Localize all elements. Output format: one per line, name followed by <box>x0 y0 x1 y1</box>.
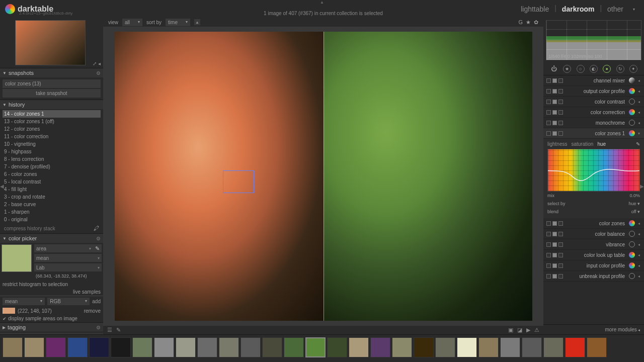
module-reset-icon[interactable] <box>558 221 563 226</box>
filmstrip-thumb[interactable] <box>3 337 23 357</box>
filmstrip-thumb[interactable] <box>89 337 109 357</box>
module-multi-icon[interactable] <box>552 78 557 83</box>
module-preset-icon[interactable] <box>629 109 635 115</box>
module-reset-icon[interactable] <box>558 100 563 104</box>
module-color-zones-1[interactable]: color zones 1▾ <box>543 128 644 139</box>
pipette-icon[interactable]: ✎ <box>636 141 640 147</box>
module-multi-icon[interactable] <box>552 274 557 279</box>
module-reset-icon[interactable] <box>558 232 563 236</box>
module-unbreak-input-profile[interactable]: unbreak input profile◂ <box>543 271 644 282</box>
chevron-icon[interactable]: ◂ <box>637 274 641 279</box>
module-multi-icon[interactable] <box>552 232 557 236</box>
module-output-color-profile[interactable]: output color profile◂ <box>543 86 644 97</box>
sort-direction-button[interactable]: ▲ <box>194 19 200 25</box>
left-collapse-handle[interactable]: ◀ <box>0 181 4 191</box>
filmstrip-thumb[interactable] <box>305 337 326 357</box>
filmstrip-thumb[interactable] <box>154 337 174 357</box>
module-reset-icon[interactable] <box>558 89 563 94</box>
gear-icon[interactable]: ⚙ <box>96 325 101 330</box>
module-switch-icon[interactable] <box>546 253 551 257</box>
view-select[interactable]: all <box>122 19 142 26</box>
chevron-icon[interactable]: ◂ <box>637 89 641 94</box>
picker-stat-select[interactable]: mean▾ <box>34 254 102 262</box>
picker-space-select[interactable]: Lab▾ <box>34 263 102 272</box>
snapshot-split-line[interactable] <box>324 32 324 321</box>
history-item[interactable]: 7 - denoise (profiled) <box>3 163 101 170</box>
filmstrip[interactable] <box>0 334 644 359</box>
colorpicker-header[interactable]: ▼ color picker ⚙ <box>0 234 103 243</box>
more-modules-button[interactable]: more modules <box>543 324 644 334</box>
module-preset-icon[interactable] <box>629 220 635 226</box>
pipette-icon[interactable]: ✎ <box>95 245 100 252</box>
module-reset-icon[interactable] <box>558 242 563 247</box>
filmstrip-thumb[interactable] <box>132 337 152 357</box>
module-switch-icon[interactable] <box>546 110 551 115</box>
module-basic-icon[interactable]: ○ <box>577 65 585 73</box>
module-preset-icon[interactable] <box>629 77 635 83</box>
history-item[interactable]: 3 - crop and rotate <box>3 193 101 201</box>
take-snapshot-button[interactable]: take snapshot <box>3 89 101 98</box>
tab-saturation[interactable]: saturation <box>571 141 593 147</box>
filmstrip-thumb[interactable] <box>284 337 304 357</box>
top-collapse-handle[interactable]: ▲ <box>320 0 324 5</box>
filmstrip-thumb[interactable] <box>435 337 455 357</box>
compress-history-button[interactable]: compress history stack <box>4 226 94 231</box>
module-switch-icon[interactable] <box>546 121 551 125</box>
history-item[interactable]: 12 - color zones <box>3 125 101 133</box>
tab-darkroom[interactable]: darkroom <box>558 4 599 14</box>
right-collapse-handle[interactable]: ▶ <box>640 181 644 191</box>
filmstrip-thumb[interactable] <box>392 337 412 357</box>
filmstrip-thumb[interactable] <box>176 337 196 357</box>
overexposed-icon[interactable]: ▣ <box>508 327 513 333</box>
module-color-icon[interactable]: ● <box>603 65 611 73</box>
snapshots-header[interactable]: ▼ snapshots ⚙ <box>0 68 103 77</box>
history-item[interactable]: 4 - fill light <box>3 186 101 193</box>
chevron-icon[interactable]: ◂ <box>637 110 641 115</box>
module-channel-mixer[interactable]: channel mixer◂ <box>543 75 644 86</box>
sort-select[interactable]: time <box>166 19 190 26</box>
filmstrip-thumb[interactable] <box>262 337 282 357</box>
nav-collapse-icon[interactable]: ⤢ <box>93 61 97 66</box>
snapshot-item[interactable]: color zones (13) <box>3 79 101 88</box>
history-item[interactable]: 2 - base curve <box>3 201 101 208</box>
history-item[interactable]: 8 - lens correction <box>3 155 101 163</box>
tab-lighttable[interactable]: lighttable <box>517 4 553 14</box>
module-monochrome[interactable]: monochrome◂ <box>543 118 644 128</box>
module-switch-icon[interactable] <box>546 263 551 268</box>
tab-hue[interactable]: hue <box>597 141 606 147</box>
filmstrip-thumb[interactable] <box>111 337 131 357</box>
restrict-histogram-label[interactable]: restrict histogram to selection <box>0 281 103 288</box>
module-reset-icon[interactable] <box>558 131 563 136</box>
filmstrip-thumb[interactable] <box>522 337 542 357</box>
history-item[interactable]: 13 - color zones 1 (off) <box>3 118 101 125</box>
filmstrip-thumb[interactable] <box>219 337 239 357</box>
module-switch-icon[interactable] <box>546 221 551 226</box>
imageinfo-header[interactable]: ▶ image information <box>0 332 103 334</box>
filmstrip-thumb[interactable] <box>327 337 347 357</box>
nav-thumb-image[interactable] <box>15 20 86 65</box>
filmstrip-thumb[interactable] <box>67 337 88 357</box>
chevron-icon[interactable]: ◂ <box>637 232 641 236</box>
module-multi-icon[interactable] <box>552 89 557 94</box>
module-multi-icon[interactable] <box>552 263 557 268</box>
navigation-thumbnail[interactable]: ⤢ ◂ <box>0 18 103 68</box>
filmstrip-thumb[interactable] <box>197 337 217 357</box>
filmstrip-thumb[interactable] <box>24 337 44 357</box>
quick-access-icon[interactable]: ☰ <box>107 327 112 333</box>
module-switch-icon[interactable] <box>546 78 551 83</box>
tab-lightness[interactable]: lightness <box>547 141 567 147</box>
filmstrip-thumb[interactable] <box>500 337 520 357</box>
module-preset-icon[interactable] <box>629 99 635 105</box>
filmstrip-thumb[interactable] <box>370 337 390 357</box>
module-switch-icon[interactable] <box>546 131 551 136</box>
add-sample-button[interactable]: add <box>92 299 101 304</box>
module-preset-icon[interactable] <box>629 273 635 279</box>
chevron-icon[interactable]: ◂ <box>637 221 641 226</box>
filmstrip-thumb[interactable] <box>478 337 499 357</box>
nav-arrow-icon[interactable]: ◂ <box>98 61 101 66</box>
tab-other[interactable]: other <box>603 4 627 14</box>
module-preset-icon[interactable] <box>629 252 635 258</box>
history-item[interactable]: 14 - color zones 1 <box>3 110 101 118</box>
filmstrip-thumb[interactable] <box>46 337 66 357</box>
sample-stat-select[interactable]: mean▾ <box>3 298 45 305</box>
